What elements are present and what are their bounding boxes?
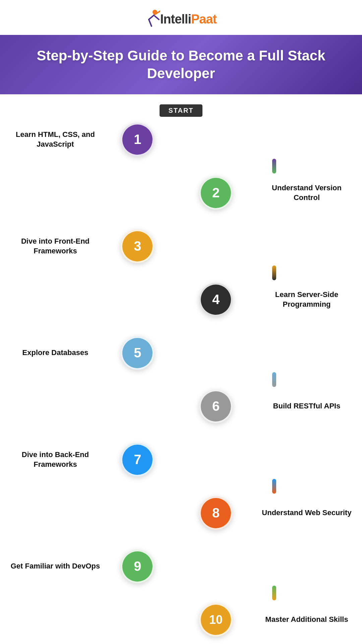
connector-7-8 bbox=[272, 479, 276, 494]
step-circle-8: 8 bbox=[199, 496, 233, 530]
step-label-9: Get Familiar with DevOps bbox=[0, 561, 107, 571]
logo-figure-icon bbox=[145, 9, 160, 29]
step-circle-4: 4 bbox=[199, 283, 233, 316]
step-row-10: Master Additional Skills 10 bbox=[0, 600, 362, 639]
step-label-8: Understand Web Security bbox=[255, 508, 362, 518]
step-circle-1: 1 bbox=[121, 123, 154, 156]
step-circle-6: 6 bbox=[199, 390, 233, 423]
connector-5-6 bbox=[272, 372, 276, 387]
step-label-3: Dive into Front-End Frameworks bbox=[0, 237, 107, 256]
header: IntelliPaat bbox=[0, 0, 362, 35]
step-label-4: Learn Server-Side Programming bbox=[255, 290, 362, 309]
step-label-1: Learn HTML, CSS, and JavaScript bbox=[0, 130, 107, 149]
step-label-2: Understand Version Control bbox=[255, 183, 362, 202]
connector-9-10 bbox=[272, 586, 276, 600]
step-label-7: Dive into Back-End Frameworks bbox=[0, 450, 107, 469]
step-circle-3: 3 bbox=[121, 230, 154, 263]
logo-paat: Paat bbox=[191, 12, 217, 26]
step-row-3: Dive into Front-End Frameworks 3 bbox=[0, 227, 362, 265]
steps-container: START Learn HTML, CSS, and JavaScript 1 … bbox=[0, 101, 362, 644]
svg-line-1 bbox=[149, 14, 155, 19]
step-circle-10: 10 bbox=[199, 603, 233, 637]
svg-line-2 bbox=[149, 19, 152, 26]
banner-title: Step-by-Step Guide to Become a Full Stac… bbox=[20, 47, 342, 82]
step-row-6: Build RESTful APIs 6 bbox=[0, 387, 362, 426]
logo-intelli: Intelli bbox=[160, 12, 191, 26]
banner: Step-by-Step Guide to Become a Full Stac… bbox=[0, 35, 362, 94]
connector-1-2 bbox=[272, 159, 276, 174]
step-label-10: Master Additional Skills bbox=[255, 615, 362, 625]
step-row-8: Understand Web Security 8 bbox=[0, 494, 362, 532]
step-circle-7: 7 bbox=[121, 443, 154, 477]
connector-3-4 bbox=[272, 265, 276, 280]
step-row-7: Dive into Back-End Frameworks 7 bbox=[0, 440, 362, 479]
logo-text: IntelliPaat bbox=[160, 12, 217, 27]
step-row-9: Get Familiar with DevOps 9 bbox=[0, 547, 362, 586]
step-circle-5: 5 bbox=[121, 336, 154, 370]
logo: IntelliPaat bbox=[145, 9, 217, 29]
step-row-5: Explore Databases 5 bbox=[0, 334, 362, 372]
step-row-1: Learn HTML, CSS, and JavaScript 1 bbox=[0, 120, 362, 159]
step-circle-2: 2 bbox=[199, 176, 233, 210]
step-label-5: Explore Databases bbox=[0, 348, 107, 358]
step-circle-9: 9 bbox=[121, 550, 154, 583]
svg-line-4 bbox=[155, 16, 159, 19]
step-label-6: Build RESTful APIs bbox=[255, 401, 362, 411]
step-row-2: Understand Version Control 2 bbox=[0, 174, 362, 212]
step-row-4: Learn Server-Side Programming 4 bbox=[0, 280, 362, 319]
start-label: START bbox=[160, 104, 202, 117]
